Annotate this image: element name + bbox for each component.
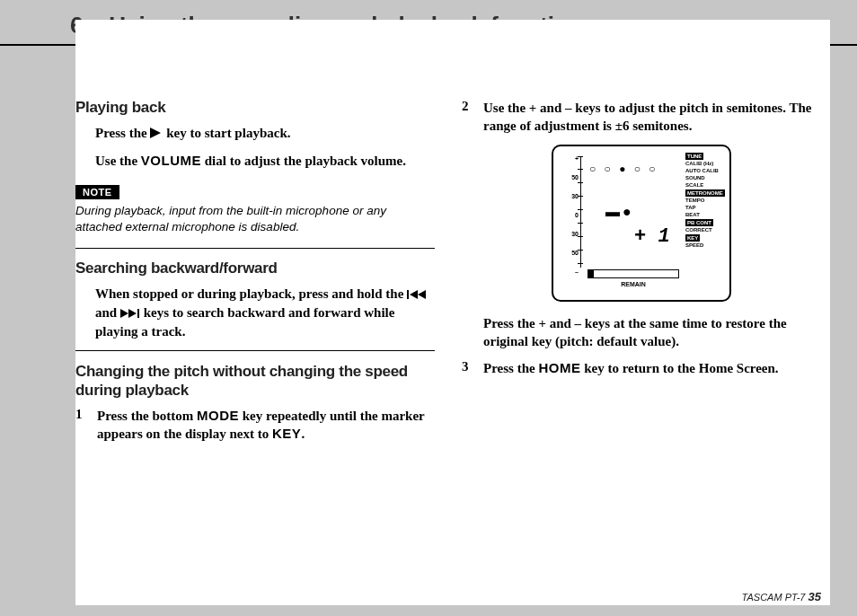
- left-column: Playing back Press the key to start play…: [75, 99, 435, 453]
- step-number: 1: [75, 407, 88, 444]
- right-column: 2 Use the + and – keys to adjust the pit…: [462, 99, 821, 453]
- heading-playing-back: Playing back: [75, 99, 435, 117]
- step-number: 3: [462, 359, 474, 377]
- svg-marker-0: [150, 128, 161, 138]
- svg-marker-5: [128, 309, 137, 318]
- divider: [75, 350, 435, 351]
- heading-searching: Searching backward/forward: [75, 260, 435, 277]
- p-volume: Use the VOLUME dial to adjust the playba…: [95, 152, 435, 170]
- step-number: 2: [462, 99, 474, 136]
- display-dots: ○ ○ ● ○ ○: [589, 163, 658, 175]
- page-footer: TASCAM PT-7 35: [742, 590, 821, 603]
- page-frame: 6 – Using the recording and playback fun…: [0, 0, 857, 616]
- p-press-play: Press the key to start playback.: [95, 124, 435, 143]
- heading-pitch: Changing the pitch without changing the …: [75, 362, 435, 400]
- step-1: 1 Press the bottom MODE key repeatedly u…: [75, 407, 435, 444]
- svg-marker-4: [120, 309, 128, 318]
- step-3: 3 Press the HOME key to return to the Ho…: [462, 359, 821, 377]
- svg-rect-1: [407, 290, 409, 299]
- display-right-labels: TUNE CALIB (Hz) AUTO CALIB SOUND SCALE M…: [685, 152, 726, 249]
- display-scale: + 50 30 0 30 50 –: [559, 155, 579, 287]
- display-mid: ▬●: [605, 204, 634, 220]
- fast-forward-icon: [120, 304, 140, 322]
- display-key-selected: KEY: [685, 234, 700, 242]
- lcd-display-figure: + 50 30 0 30 50 – ○ ○ ● ○ ○ ▬●: [552, 145, 731, 302]
- display-remain-label: REMAIN: [621, 281, 646, 287]
- p-search: When stopped or during playback, press a…: [95, 285, 435, 341]
- svg-marker-3: [418, 290, 426, 299]
- divider: [75, 248, 435, 249]
- page-number: 35: [808, 590, 821, 603]
- step-2: 2 Use the + and – keys to adjust the pit…: [462, 99, 821, 136]
- note-tag: NOTE: [75, 185, 119, 199]
- play-icon: [150, 125, 163, 143]
- display-progress: [588, 269, 679, 278]
- note-body: During playback, input from the built-in…: [75, 203, 435, 235]
- svg-rect-6: [137, 309, 139, 318]
- page-content: Playing back Press the key to start play…: [75, 20, 830, 605]
- svg-marker-2: [410, 290, 418, 299]
- p-restore: Press the + and – keys at the same time …: [483, 314, 821, 351]
- display-pitch-value: + 1: [634, 225, 670, 248]
- rewind-icon: [407, 286, 427, 304]
